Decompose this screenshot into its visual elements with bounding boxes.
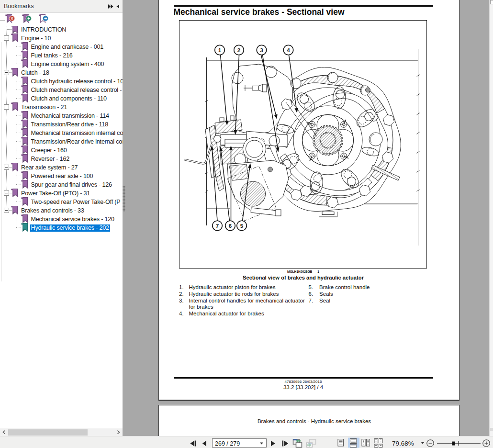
svg-text:1: 1	[218, 47, 222, 53]
svg-text:79.68%: 79.68%	[392, 440, 414, 447]
svg-text:3: 3	[260, 47, 263, 53]
svg-text:2: 2	[237, 47, 240, 53]
svg-text:5: 5	[240, 223, 244, 229]
svg-text:6: 6	[229, 223, 232, 229]
svg-text:269 / 279: 269 / 279	[215, 440, 240, 447]
svg-text:4: 4	[287, 47, 290, 53]
svg-text:7: 7	[216, 223, 219, 229]
